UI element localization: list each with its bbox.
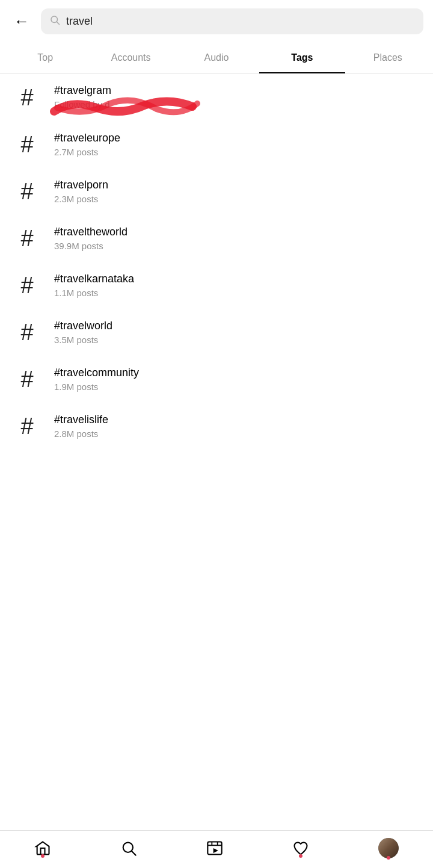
tag-info: #travelislife 2.8M posts bbox=[54, 414, 108, 439]
search-input[interactable]: travel bbox=[66, 15, 93, 28]
list-item[interactable]: # #travelkarnataka 1.1M posts bbox=[0, 262, 433, 309]
avatar bbox=[378, 838, 399, 858]
tab-tags[interactable]: Tags bbox=[259, 43, 345, 73]
svg-line-3 bbox=[132, 851, 135, 855]
home-notification-dot bbox=[41, 854, 45, 858]
list-item[interactable]: # #traveltheworld 39.9M posts bbox=[0, 215, 433, 262]
list-item[interactable]: # #travelworld 3.5M posts bbox=[0, 309, 433, 356]
hash-icon: # bbox=[12, 133, 42, 156]
tab-accounts[interactable]: Accounts bbox=[88, 43, 173, 73]
tag-name: #travelislife bbox=[54, 414, 108, 426]
hash-icon: # bbox=[12, 321, 42, 344]
profile-notification-dot bbox=[387, 856, 390, 860]
tag-meta: 1.9M posts bbox=[54, 382, 139, 392]
hash-icon: # bbox=[12, 227, 42, 250]
tag-meta: 3.5M posts bbox=[54, 335, 112, 345]
list-item[interactable]: # #travelporn 2.3M posts bbox=[0, 168, 433, 215]
tag-name: #traveltheworld bbox=[54, 226, 127, 238]
tag-meta: Followed by d bbox=[54, 99, 110, 110]
tab-audio[interactable]: Audio bbox=[174, 43, 259, 73]
tab-places[interactable]: Places bbox=[345, 43, 431, 73]
search-icon bbox=[49, 14, 60, 28]
hash-icon: # bbox=[12, 274, 42, 297]
tag-meta: 2.7M posts bbox=[54, 147, 120, 157]
tag-name: #travelkarnataka bbox=[54, 273, 134, 285]
tag-meta: 39.9M posts bbox=[54, 241, 127, 251]
tabs-bar: Top Accounts Audio Tags Places bbox=[0, 43, 433, 73]
tag-name: #traveleurope bbox=[54, 132, 120, 144]
tag-info: #traveltheworld 39.9M posts bbox=[54, 226, 127, 251]
nav-search[interactable] bbox=[120, 840, 137, 857]
tag-name: #travelporn bbox=[54, 179, 108, 191]
hash-icon: # bbox=[12, 180, 42, 203]
hash-icon: # bbox=[12, 415, 42, 438]
nav-home[interactable] bbox=[34, 840, 51, 857]
list-item[interactable]: # #travelislife 2.8M posts bbox=[0, 403, 433, 450]
tag-name: #travelgram bbox=[54, 84, 111, 97]
tag-info: #traveleurope 2.7M posts bbox=[54, 132, 120, 157]
search-bar[interactable]: travel bbox=[41, 8, 423, 34]
tag-info: #travelworld 3.5M posts bbox=[54, 320, 112, 345]
tag-list: # #travelgram Followed by d # #traveleur… bbox=[0, 73, 433, 450]
hash-icon: # bbox=[12, 368, 42, 391]
bottom-nav bbox=[0, 830, 433, 868]
nav-profile[interactable] bbox=[378, 838, 399, 858]
tag-meta: 1.1M posts bbox=[54, 288, 134, 298]
hash-icon: # bbox=[12, 86, 42, 109]
tag-info: #travelporn 2.3M posts bbox=[54, 179, 108, 204]
list-item[interactable]: # #travelgram Followed by d bbox=[0, 73, 433, 121]
tag-info: #travelkarnataka 1.1M posts bbox=[54, 273, 134, 298]
list-item[interactable]: # #travelcommunity 1.9M posts bbox=[0, 356, 433, 403]
svg-marker-5 bbox=[213, 848, 218, 853]
back-button[interactable]: ← bbox=[10, 10, 34, 34]
nav-activity[interactable] bbox=[292, 840, 309, 857]
back-arrow-icon: ← bbox=[14, 12, 29, 31]
tag-meta: 2.3M posts bbox=[54, 194, 108, 204]
tag-name: #travelworld bbox=[54, 320, 112, 332]
reels-icon bbox=[206, 840, 223, 857]
search-nav-icon bbox=[120, 840, 137, 857]
tab-top[interactable]: Top bbox=[2, 43, 88, 73]
svg-rect-4 bbox=[207, 842, 221, 855]
tag-info: #travelcommunity 1.9M posts bbox=[54, 367, 139, 392]
tag-name: #travelcommunity bbox=[54, 367, 139, 379]
tag-meta-container: Followed by d bbox=[54, 99, 111, 110]
tag-info: #travelgram Followed by d bbox=[54, 84, 111, 110]
svg-line-1 bbox=[57, 22, 59, 24]
header: ← travel bbox=[0, 0, 433, 43]
nav-reels[interactable] bbox=[206, 840, 223, 857]
activity-notification-dot bbox=[299, 854, 302, 858]
tag-meta: 2.8M posts bbox=[54, 429, 108, 439]
list-item[interactable]: # #traveleurope 2.7M posts bbox=[0, 121, 433, 168]
